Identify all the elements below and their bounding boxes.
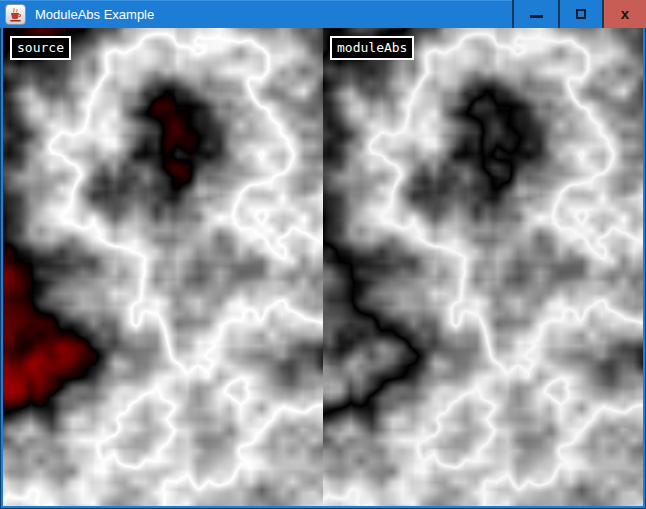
source-image bbox=[3, 28, 323, 506]
moduleabs-label: moduleAbs bbox=[330, 36, 414, 60]
coffee-cup-glyph bbox=[8, 7, 23, 22]
close-button[interactable]: x bbox=[602, 0, 646, 28]
window-title: ModuleAbs Example bbox=[35, 7, 512, 22]
close-icon: x bbox=[621, 6, 629, 21]
java-coffee-cup-icon bbox=[5, 4, 26, 25]
titlebar[interactable]: ModuleAbs Example x bbox=[0, 0, 646, 28]
minimize-icon bbox=[530, 15, 543, 18]
source-panel: source bbox=[3, 28, 323, 506]
moduleabs-image bbox=[323, 28, 643, 506]
maximize-button[interactable] bbox=[558, 0, 602, 28]
maximize-icon bbox=[576, 9, 586, 19]
moduleabs-panel: moduleAbs bbox=[323, 28, 643, 506]
window-controls: x bbox=[512, 0, 646, 28]
source-label: source bbox=[10, 36, 71, 60]
minimize-button[interactable] bbox=[514, 0, 558, 28]
app-window: ModuleAbs Example x source moduleAbs bbox=[0, 0, 646, 509]
window-content: source moduleAbs bbox=[3, 28, 643, 506]
